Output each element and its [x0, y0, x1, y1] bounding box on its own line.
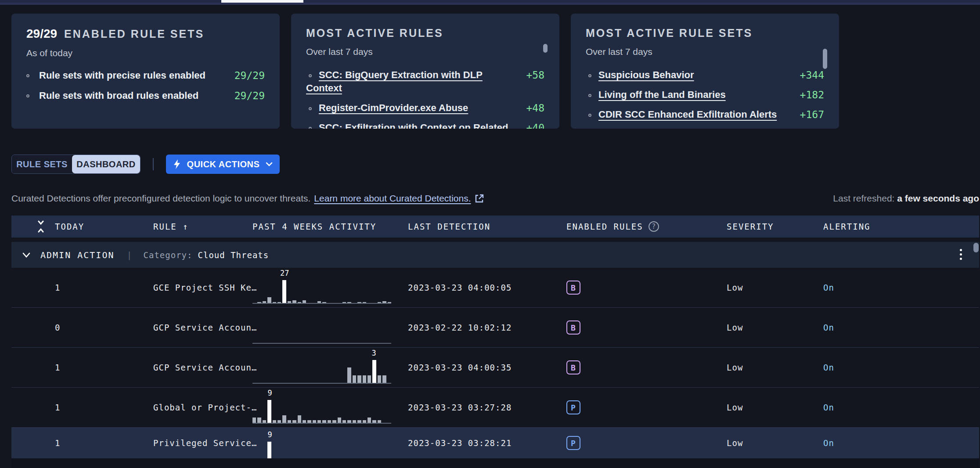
collapse-all-icon[interactable] [37, 220, 45, 233]
lightning-icon [173, 159, 181, 169]
rule-link[interactable]: SCC: Exfiltration with Context on Relate… [306, 122, 508, 129]
table-row[interactable]: 1 Global or Project-… 9 2023-03-23 03:27… [11, 388, 979, 428]
enabled-rule-sets-count: 29/29 [26, 27, 57, 41]
card-title: MOST ACTIVE RULES [306, 27, 443, 40]
rule-link[interactable]: Register-CimProvider.exe Abuse [319, 102, 468, 113]
external-link-icon[interactable] [475, 194, 484, 203]
group-row-admin-action[interactable]: ADMIN ACTION | Category: Cloud Threats [11, 242, 979, 268]
list-item: +58SCC: BigQuery Extraction with DLP Con… [306, 68, 544, 95]
card-scrollbar-thumb[interactable] [823, 49, 827, 69]
column-header-last-detection[interactable]: LAST DETECTION [408, 216, 490, 238]
column-header-enabled-rules-label: ENABLED RULES [566, 222, 643, 231]
alerting-status[interactable]: On [823, 308, 834, 347]
alerting-status[interactable]: On [823, 388, 834, 427]
rule-name: GCE Project SSH Ke… [153, 268, 257, 307]
list-item-value: +130 [800, 128, 824, 129]
rule-name: Privileged Service… [153, 428, 257, 458]
card-subtitle: Over last 7 days [586, 47, 824, 57]
broad-rule-badge[interactable]: B [566, 360, 580, 374]
quick-actions-button[interactable]: QUICK ACTIONS [166, 155, 280, 174]
info-line: Curated Detections offer preconfigured d… [11, 193, 484, 204]
table-row[interactable]: 1 Privileged Service… 9 2023-03-23 03:28… [11, 428, 979, 458]
list-item: +48Register-CimProvider.exe Abuse [306, 101, 544, 115]
list-item-value: 29/29 [234, 90, 265, 101]
table-footer [11, 458, 979, 468]
rules-table: TODAY RULE ↑ PAST 4 WEEKS ACTIVITY LAST … [11, 216, 979, 468]
rule-name: GCP Service Accoun… [153, 308, 257, 347]
toolbar-divider [153, 158, 154, 170]
rule-set-link[interactable]: CDIR SCC Enhanced Exfiltration Alerts [598, 109, 777, 120]
rule-set-link[interactable]: Suspicious Behavior [598, 69, 694, 80]
card-title: MOST ACTIVE RULE SETS [586, 27, 753, 40]
card-scrollbar-thumb[interactable] [543, 44, 548, 53]
group-category-value: Cloud Threats [198, 250, 269, 260]
chevron-down-icon [266, 162, 273, 166]
table-row[interactable]: 1 GCE Project SSH Ke… 27 2023-03-23 04:0… [11, 268, 979, 308]
list-item-value: +167 [800, 108, 824, 121]
bullet-icon [309, 74, 312, 77]
list-item: +167CDIR SCC Enhanced Exfiltration Alert… [586, 108, 824, 121]
severity-value: Low [727, 268, 743, 307]
list-item: +40SCC: Exfiltration with Context on Rel… [306, 121, 544, 129]
bullet-icon [588, 114, 591, 117]
list-item-value: +40 [526, 121, 544, 129]
last-detection-time: 2023-03-23 03:28:21 [408, 428, 512, 458]
severity-value: Low [727, 388, 743, 427]
list-item-value: +344 [800, 68, 824, 82]
bullet-icon [309, 127, 312, 129]
table-scrollbar-thumb[interactable] [973, 243, 979, 252]
most-active-rules-card: MOST ACTIVE RULES Over last 7 days +58SC… [291, 14, 559, 129]
severity-value: Low [727, 428, 743, 458]
tab-dashboard[interactable]: DASHBOARD [72, 155, 140, 173]
summary-cards: 29/29 ENABLED RULE SETS As of today Rule… [11, 14, 839, 129]
learn-more-link[interactable]: Learn more about Curated Detections. [314, 193, 471, 204]
list-item-value: +182 [800, 88, 824, 101]
rule-set-link[interactable]: Living off the Land Binaries [598, 89, 726, 100]
alerting-status[interactable]: On [823, 268, 834, 307]
last-detection-time: 2023-03-23 04:00:05 [408, 268, 512, 307]
help-icon[interactable]: ? [649, 221, 659, 232]
column-header-activity[interactable]: PAST 4 WEEKS ACTIVITY [252, 216, 376, 238]
chevron-down-icon[interactable] [22, 252, 31, 258]
precise-rule-badge[interactable]: P [566, 400, 580, 414]
view-segmented-control: RULE SETS DASHBOARD [11, 155, 141, 174]
bullet-icon [26, 74, 29, 77]
last-refreshed-label: Last refreshed: [833, 193, 894, 203]
today-count: 1 [55, 348, 60, 387]
alerting-status[interactable]: On [823, 348, 834, 387]
column-header-rule[interactable]: RULE ↑ [153, 216, 189, 238]
kebab-menu-icon[interactable] [957, 248, 965, 261]
list-item: Rule sets with precise rules enabled 29/… [26, 70, 265, 81]
list-item: +344Suspicious Behavior [586, 68, 824, 82]
today-count: 1 [55, 388, 60, 427]
sort-ascending-icon: ↑ [183, 222, 188, 231]
broad-rule-badge[interactable]: B [566, 320, 580, 335]
precise-rule-badge[interactable]: P [566, 436, 580, 450]
quick-actions-label: QUICK ACTIONS [187, 159, 260, 169]
today-count: 1 [55, 428, 60, 458]
rule-link[interactable]: SCC: BigQuery Extraction with DLP Contex… [306, 69, 483, 94]
column-header-rule-label: RULE [153, 222, 177, 231]
card-subtitle: As of today [26, 48, 265, 58]
group-divider: | [127, 250, 132, 260]
alerting-status[interactable]: On [823, 428, 834, 458]
column-header-alerting[interactable]: ALERTING [823, 216, 871, 238]
toolbar: RULE SETS DASHBOARD QUICK ACTIONS [11, 155, 280, 174]
table-row[interactable]: 0 GCP Service Accoun… 2023-02-22 10:02:1… [11, 308, 979, 348]
list-item-value: +48 [526, 101, 544, 115]
tab-rule-sets[interactable]: RULE SETS [12, 155, 72, 173]
broad-rule-badge[interactable]: B [566, 281, 580, 295]
column-header-severity[interactable]: SEVERITY [727, 216, 774, 238]
severity-value: Low [727, 348, 743, 387]
column-header-today[interactable]: TODAY [55, 216, 84, 238]
bullet-icon [309, 107, 312, 110]
activity-sparkline: 27 [252, 280, 391, 304]
table-header: TODAY RULE ↑ PAST 4 WEEKS ACTIVITY LAST … [11, 216, 979, 238]
column-header-enabled-rules[interactable]: ENABLED RULES ? [566, 216, 659, 238]
list-item: +182Living off the Land Binaries [586, 88, 824, 101]
last-refreshed-value: a few seconds ago [897, 193, 979, 203]
table-row[interactable]: 1 GCP Service Accoun… 3 2023-03-23 04:00… [11, 348, 979, 388]
bullet-icon [588, 94, 591, 97]
group-name: ADMIN ACTION [40, 250, 115, 260]
last-refreshed: Last refreshed: a few seconds ago [833, 193, 979, 204]
